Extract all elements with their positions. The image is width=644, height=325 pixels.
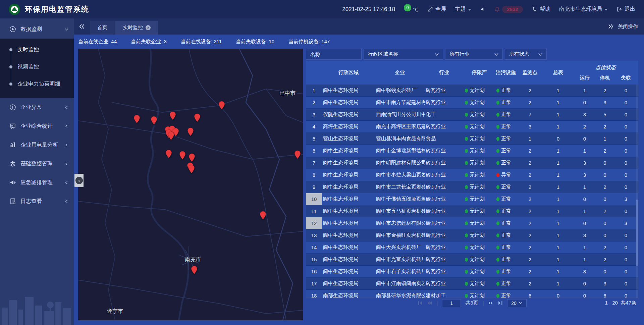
first-page-button[interactable] <box>418 301 423 305</box>
table-row[interactable]: 9阆中生态环境局阆中市二龙长宝页岩砖砖瓦行业无计划正常21120 <box>306 181 638 193</box>
map-marker-pin-icon[interactable] <box>168 131 174 140</box>
cell-industry: 砖瓦行业 <box>425 148 464 154</box>
pagination-bar: | 共3页 | 20 <box>306 298 638 308</box>
map-marker-pin-icon[interactable] <box>260 211 266 220</box>
sidebar-subitem[interactable]: 实时监控 <box>0 41 74 58</box>
cell-industry: 食品 <box>425 136 464 142</box>
table-row[interactable]: 8阆中生态环境局阆中市枣碧大梁山页岩砖瓦行业无计划异常21300 <box>306 169 638 181</box>
table-row[interactable]: 11阆中生态环境局阆中市五马桥页岩机砖砖瓦行业无计划正常21120 <box>306 205 638 217</box>
map-marker-pin-icon[interactable] <box>191 266 198 274</box>
map-marker-pin-icon[interactable] <box>188 165 195 173</box>
map-marker-pin-icon[interactable] <box>194 113 201 122</box>
logout-button[interactable]: 退出 <box>616 6 635 13</box>
map-marker-pin-icon[interactable] <box>218 101 225 110</box>
next-page-button[interactable] <box>488 301 493 305</box>
status-dot-green-icon <box>465 125 468 129</box>
sidebar-item[interactable]: 日志查看 <box>0 192 74 211</box>
sidebar-item[interactable]: 基础数据管理 <box>0 154 74 173</box>
map[interactable]: 巴中市南充市遂宁市 <box>78 49 303 320</box>
cell-industry: 砖瓦行业 <box>425 268 464 275</box>
status-filter-select[interactable]: 所有状态 <box>505 49 547 60</box>
region-filter-select[interactable]: 行政区域名称 <box>364 49 443 60</box>
cell-region: 营山生态环境局 <box>322 136 375 142</box>
sidebar-item[interactable]: 企业异常 <box>0 98 74 117</box>
cell-total-meters: 1 <box>543 124 573 129</box>
table-row[interactable]: 3仪陇生态环境局西南油气田分公司川中化工无计划正常71350 <box>306 109 638 121</box>
cell-limit-production: 无计划 <box>464 136 495 142</box>
double-chevron-right-icon[interactable] <box>608 24 613 29</box>
table-row[interactable]: 2阆中生态环境局阆中市南方节能建材有砖瓦行业无计划正常21030 <box>306 97 638 109</box>
prev-page-button[interactable] <box>427 301 432 305</box>
status-dot-green-icon <box>496 282 499 286</box>
map-marker-pin-icon[interactable] <box>179 151 186 160</box>
sidebar-item-label: 企业异常 <box>20 104 42 111</box>
table-row[interactable]: 18南部生态环境局南部县研华水泥有限公建材加工无计划正常60060 <box>306 290 638 298</box>
table-row[interactable]: 6阆中生态环境局阆中市金博瑞新型墙材砖瓦行业无计划正常21120 <box>306 145 638 157</box>
map-marker-pin-icon[interactable] <box>294 150 301 159</box>
org-dropdown[interactable]: 南充市生态环境局 <box>559 6 608 13</box>
table-row[interactable]: 16阆中生态环境局阆中市石子页岩机砖厂砖瓦行业无计划正常21300 <box>306 266 638 278</box>
sidebar-menu: 数据监测实时监控视频监控企业电力负荷明细企业异常企业综合统计企业用电量分析基础数… <box>0 20 74 211</box>
map-marker-pin-icon[interactable] <box>187 127 194 136</box>
close-operations-button[interactable]: 关闭操作 <box>618 23 638 30</box>
status-dot-green-icon <box>465 89 468 93</box>
notification-area[interactable]: 2632 <box>494 6 523 13</box>
tab-home[interactable]: 首页 <box>90 21 115 35</box>
sidebar-item[interactable]: 数据监测 <box>0 20 74 39</box>
map-marker-pin-icon[interactable] <box>151 116 157 125</box>
cell-limit-production: 无计划 <box>464 256 495 263</box>
tab-close-icon[interactable]: × <box>146 25 151 30</box>
map-marker-pin-icon[interactable] <box>189 153 195 162</box>
status-dot-green-icon <box>496 161 499 165</box>
table-row[interactable]: 14阆中生态环境局阆中大兴页岩机砖厂砖瓦行业无计划正常21120 <box>306 241 638 254</box>
table-row[interactable]: 10阆中生态环境局阆中千佛镇五郎垭页岩砖瓦行业无计划正常21003 <box>306 193 638 205</box>
sidebar-item[interactable]: 企业用电量分析 <box>0 136 74 154</box>
stat-value: 147 <box>321 39 330 44</box>
help-button[interactable]: 帮助 <box>532 6 550 13</box>
skyline-decoration <box>0 278 74 325</box>
table-row[interactable]: 5营山生态环境局营山县润丰肉食品有限食品无计划正常10010 <box>306 133 638 145</box>
sidebar-subitem[interactable]: 视频监控 <box>0 58 74 75</box>
cell-industry: 砖瓦行业 <box>425 220 464 226</box>
table-row[interactable]: 4高坪生态环境局南充市高坪区王家店建砖瓦行业无计划正常31220 <box>306 121 638 133</box>
sidebar-subitem[interactable]: 企业电力负荷明细 <box>0 75 74 93</box>
tab-realtime-monitor[interactable]: 实时监控 × <box>115 21 158 35</box>
stat-value: 3 <box>164 39 166 44</box>
cell-limit-production: 无计划 <box>464 172 495 178</box>
table-row[interactable]: 13阆中生态环境局阆中市金福旺页岩机砖砖瓦行业无计划正常21300 <box>306 229 638 241</box>
page-number-input[interactable] <box>442 299 461 307</box>
table-scrollbar[interactable] <box>636 85 638 298</box>
sidebar-item[interactable]: 应急减排管理 <box>0 173 74 192</box>
map-marker-pin-icon[interactable] <box>169 111 176 120</box>
table-row[interactable]: 7阆中生态环境局阆中明阳建材有限公司砖瓦行业无计划正常21300 <box>306 157 638 169</box>
tab-scroll-left-button[interactable] <box>74 18 90 35</box>
table-row[interactable]: 12阆中生态环境局阆中市忠信建材有限公砖瓦行业无计划正常21003 <box>306 217 638 229</box>
map-marker-pin-icon[interactable] <box>133 115 140 123</box>
map-marker-pin-icon[interactable] <box>165 150 172 158</box>
cell-industry: 砖瓦行业 <box>425 123 464 130</box>
sidebar-item[interactable]: 企业综合统计 <box>0 117 74 136</box>
name-filter-input[interactable] <box>306 49 362 60</box>
cell-total-meters: 1 <box>543 232 573 238</box>
chevron-down-icon <box>519 302 522 304</box>
row-index: 3 <box>306 109 322 120</box>
table-row[interactable]: 17阆中生态环境局阆中市江南镇阆南页岩砖瓦行业无计划正常21030 <box>306 278 638 290</box>
last-page-button[interactable] <box>498 301 503 305</box>
cell-lost: 0 <box>613 208 638 214</box>
industry-filter-select[interactable]: 所有行业 <box>445 49 503 60</box>
status-dot-green-icon <box>465 113 468 117</box>
tab-bar: 首页 实时监控 × 关闭操作 <box>74 18 644 35</box>
page-size-select[interactable]: 20 <box>507 299 527 307</box>
table-row[interactable]: 1阆中生态环境局阆中强锐页岩砖厂砖瓦行业无计划正常21120 <box>306 85 638 97</box>
row-index: 11 <box>306 205 322 217</box>
sidebar-collapse-button[interactable]: ‹ <box>74 174 84 187</box>
table-row[interactable]: 15阆中生态环境局阆中市光富页岩机砖厂砖瓦行业无计划正常21120 <box>306 254 638 266</box>
stat-item: 当前在线企业: 44 <box>78 39 117 45</box>
app-logo-icon <box>9 4 20 15</box>
theme-dropdown[interactable]: 主题 <box>455 6 471 13</box>
scrollbar-thumb[interactable] <box>636 200 638 266</box>
row-index: 6 <box>306 145 322 157</box>
stat-label: 当前失联企业 <box>131 39 161 44</box>
fullscreen-button[interactable]: 全屏 <box>427 6 446 13</box>
mute-speaker-button[interactable] <box>480 6 486 12</box>
